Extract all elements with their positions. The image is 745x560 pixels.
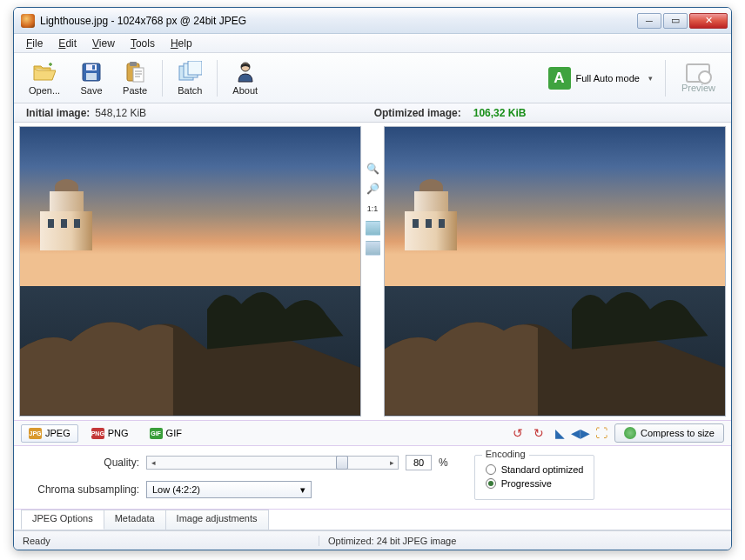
format-gif-button[interactable]: GIFGIF — [142, 424, 190, 443]
encoding-group: Encoding Standard optimized Progressive — [474, 455, 595, 500]
zoom-out-icon[interactable]: 🔎 — [366, 181, 380, 196]
slider-left-arrow-icon[interactable]: ◂ — [147, 458, 159, 467]
person-icon — [233, 60, 258, 84]
tab-metadata[interactable]: Metadata — [104, 510, 166, 530]
fit-image-icon[interactable] — [366, 241, 380, 256]
chroma-value: Low (4:2:2) — [152, 484, 200, 495]
chevron-down-icon: ▾ — [300, 484, 305, 496]
rotate-ccw-icon[interactable]: ↺ — [510, 425, 526, 441]
options-panel: Quality: ◂ ▸ % Chroma subsampling: Low (… — [14, 446, 731, 510]
format-jpeg-button[interactable]: JPGJPEG — [21, 424, 78, 443]
auto-dropdown-arrow[interactable]: ▾ — [643, 74, 658, 83]
clipboard-icon — [123, 60, 147, 84]
png-badge-icon: PNG — [91, 428, 104, 439]
floppy-icon — [79, 60, 104, 84]
menubar: File Edit View Tools Help — [14, 34, 731, 53]
png-label: PNG — [108, 428, 129, 438]
batch-button[interactable]: Batch — [170, 57, 210, 98]
magnifier-icon — [686, 63, 710, 83]
gif-label: GIF — [166, 428, 182, 438]
radio-icon — [486, 464, 496, 475]
jpeg-badge-icon: JPG — [29, 428, 42, 439]
rotate-cw-icon[interactable]: ↻ — [531, 425, 547, 441]
radio-progressive[interactable]: Progressive — [486, 478, 584, 489]
initial-size: 548,12 KiB — [95, 107, 146, 119]
percent-label: % — [439, 457, 448, 469]
tab-adjustments[interactable]: Image adjustments — [165, 510, 269, 530]
app-icon — [21, 14, 35, 28]
auto-label: Full Auto mode — [576, 73, 640, 83]
optimized-size: 106,32 KiB — [473, 107, 527, 119]
tab-jpeg-options[interactable]: JPEG Options — [21, 510, 104, 530]
optimized-image-pane[interactable] — [384, 126, 726, 417]
svg-rect-1 — [86, 64, 97, 70]
svg-rect-2 — [86, 73, 97, 80]
auto-a-icon: A — [548, 67, 571, 90]
slider-thumb[interactable] — [336, 456, 348, 470]
toolbar-separator — [665, 60, 666, 97]
maximize-button[interactable]: ▭ — [663, 13, 688, 29]
fit-window-icon[interactable] — [366, 221, 380, 236]
quality-label: Quality: — [26, 457, 139, 469]
format-png-button[interactable]: PNGPNG — [84, 424, 137, 443]
compress-icon — [624, 427, 636, 439]
initial-label: Initial image: — [26, 107, 90, 119]
compress-label: Compress to size — [641, 428, 715, 438]
resize-icon[interactable]: ⛶ — [594, 425, 609, 441]
zoom-1to1-button[interactable]: 1:1 — [366, 201, 380, 216]
svg-rect-3 — [92, 65, 95, 70]
standard-label: Standard optimized — [501, 464, 584, 475]
menu-view[interactable]: View — [85, 36, 122, 51]
progressive-label: Progressive — [501, 478, 552, 489]
statusbar: Ready Optimized: 24 bit JPEG image — [14, 530, 731, 550]
toolbar: Open... Save Paste Batch About A Full Au… — [14, 53, 731, 103]
menu-tools[interactable]: Tools — [124, 36, 162, 51]
flip-h-icon[interactable]: ◣ — [552, 425, 567, 441]
window-title: Lighthouse.jpg - 1024x768 px @ 24bit JPE… — [40, 15, 637, 27]
close-button[interactable]: ✕ — [689, 13, 728, 29]
chroma-label: Chroma subsampling: — [26, 483, 139, 496]
zoom-in-icon[interactable]: 🔍 — [366, 161, 380, 176]
optimized-label: Optimized image: — [374, 107, 461, 119]
flip-v-icon[interactable]: ◀▶ — [573, 425, 588, 441]
preview-label: Preview — [681, 83, 715, 93]
radio-checked-icon — [486, 478, 496, 489]
jpeg-label: JPEG — [45, 428, 70, 438]
encoding-title: Encoding — [482, 449, 529, 459]
slider-right-arrow-icon[interactable]: ▸ — [386, 458, 398, 467]
open-button[interactable]: Open... — [21, 57, 68, 98]
quality-input[interactable] — [406, 455, 432, 470]
open-label: Open... — [29, 85, 60, 96]
menu-file[interactable]: File — [19, 36, 50, 51]
toolbar-separator — [162, 60, 163, 97]
folder-open-icon — [32, 60, 57, 84]
quality-slider[interactable]: ◂ ▸ — [146, 456, 399, 470]
save-button[interactable]: Save — [71, 57, 111, 98]
minimize-button[interactable]: ─ — [637, 13, 661, 29]
format-row: JPGJPEG PNGPNG GIFGIF ↺ ↻ ◣ ◀▶ ⛶ Compres… — [14, 420, 731, 446]
titlebar: Lighthouse.jpg - 1024x768 px @ 24bit JPE… — [14, 8, 731, 34]
center-tools: 🔍 🔎 1:1 — [363, 126, 382, 417]
preview-button[interactable]: Preview — [673, 62, 724, 95]
compress-to-size-button[interactable]: Compress to size — [614, 423, 724, 443]
status-ready: Ready — [23, 536, 319, 546]
paste-button[interactable]: Paste — [115, 57, 155, 98]
full-auto-mode-button[interactable]: A Full Auto mode — [548, 67, 640, 90]
svg-rect-5 — [130, 62, 137, 66]
svg-rect-9 — [188, 61, 202, 75]
about-label: About — [232, 85, 258, 96]
about-button[interactable]: About — [225, 57, 265, 98]
save-label: Save — [81, 85, 103, 96]
initial-image-pane[interactable] — [19, 126, 361, 417]
batch-icon — [178, 60, 202, 84]
size-bar: Initial image: 548,12 KiB Optimized imag… — [14, 103, 731, 123]
paste-label: Paste — [123, 85, 147, 96]
chroma-select[interactable]: Low (4:2:2) ▾ — [146, 481, 312, 498]
bottom-tabs: JPEG Options Metadata Image adjustments — [14, 510, 731, 530]
menu-help[interactable]: Help — [164, 36, 199, 51]
menu-edit[interactable]: Edit — [51, 36, 84, 51]
image-compare-row: 🔍 🔎 1:1 — [14, 123, 731, 420]
radio-standard[interactable]: Standard optimized — [486, 464, 584, 475]
batch-label: Batch — [178, 85, 202, 96]
svg-rect-6 — [133, 68, 144, 82]
